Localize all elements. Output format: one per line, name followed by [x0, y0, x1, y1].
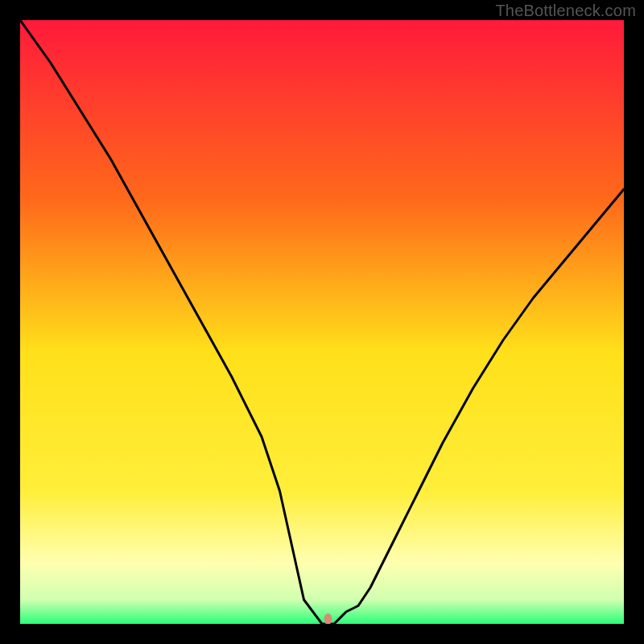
chart-frame: TheBottleneck.com — [0, 0, 644, 644]
chart-svg — [20, 20, 624, 624]
watermark-text: TheBottleneck.com — [495, 2, 636, 20]
gradient-background — [20, 20, 624, 624]
plot-area — [20, 20, 624, 624]
